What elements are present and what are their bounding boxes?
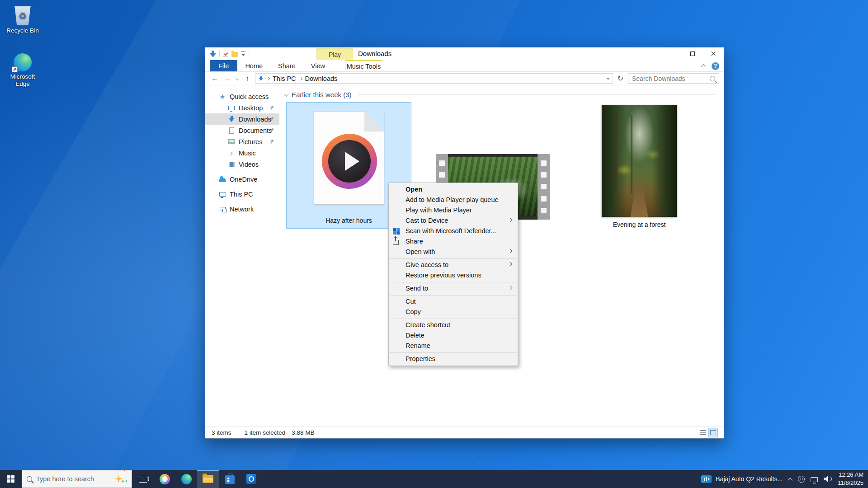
- breadcrumb-downloads[interactable]: Downloads: [305, 75, 338, 82]
- back-button[interactable]: ←: [210, 75, 220, 82]
- sidebar-item-documents[interactable]: Documents: [205, 125, 279, 136]
- menu-item-scan-with-defender[interactable]: Scan with Microsoft Defender...: [389, 226, 518, 236]
- help-icon[interactable]: ?: [712, 62, 719, 70]
- clock-date: 11/8/2025: [838, 479, 863, 487]
- address-bar[interactable]: This PC Downloads: [255, 73, 613, 84]
- window-controls: [661, 47, 724, 60]
- meet-now-icon[interactable]: [798, 476, 805, 483]
- menu-item-send-to[interactable]: Send to: [389, 283, 518, 294]
- pin-icon: [269, 117, 274, 122]
- taskbar-search-box[interactable]: Type here to search: [22, 470, 132, 488]
- tab-music-tools[interactable]: Music Tools: [345, 60, 382, 71]
- customize-toolbar-icon[interactable]: [241, 52, 245, 56]
- sidebar-item-this-pc[interactable]: This PC: [205, 188, 279, 200]
- tab-view[interactable]: View: [303, 60, 333, 71]
- selection-size: 3.88 MB: [292, 429, 314, 436]
- collapse-group-icon[interactable]: [284, 92, 289, 96]
- copilot-sparkle-icon: [115, 475, 127, 483]
- menu-item-add-to-play-queue[interactable]: Add to Media Player play queue: [389, 195, 518, 205]
- breadcrumb-chevron-icon[interactable]: [298, 76, 302, 80]
- expand-ribbon-icon[interactable]: [701, 64, 706, 69]
- task-view-button[interactable]: [132, 470, 154, 488]
- sidebar-item-music[interactable]: ♪ Music: [205, 147, 279, 159]
- file-explorer-button-active[interactable]: [197, 470, 219, 488]
- recent-locations-icon[interactable]: [236, 76, 239, 80]
- up-button[interactable]: ↑: [242, 75, 252, 82]
- menu-item-copy[interactable]: Copy: [389, 307, 518, 317]
- search-box[interactable]: Search Downloads: [628, 73, 719, 84]
- start-button[interactable]: [0, 470, 22, 488]
- recycle-bin-icon: ♻: [14, 5, 32, 25]
- menu-item-delete[interactable]: Delete: [389, 330, 518, 341]
- sidebar-item-pictures[interactable]: Pictures: [205, 136, 279, 147]
- sidebar-item-onedrive[interactable]: OneDrive: [205, 174, 279, 185]
- sidebar-item-downloads[interactable]: Downloads: [205, 113, 279, 125]
- navigation-pane: ★ Quick access Desktop Downloads Documen…: [205, 85, 279, 426]
- breadcrumb-chevron-icon[interactable]: [266, 76, 270, 80]
- menu-item-properties[interactable]: Properties: [389, 354, 518, 364]
- maximize-button[interactable]: [682, 47, 703, 60]
- close-button[interactable]: [703, 47, 724, 60]
- new-folder-icon[interactable]: [231, 52, 238, 57]
- tab-file[interactable]: File: [210, 60, 237, 71]
- outlook-button[interactable]: [241, 470, 262, 488]
- menu-item-restore-previous-versions[interactable]: Restore previous versions: [389, 270, 518, 281]
- refresh-icon[interactable]: ↻: [616, 74, 625, 83]
- outlook-icon: [246, 474, 256, 484]
- network-tray-icon[interactable]: [811, 477, 818, 482]
- forward-button[interactable]: →: [222, 75, 232, 82]
- taskbar-clock[interactable]: 12:26 AM 11/8/2025: [838, 471, 863, 487]
- tab-share[interactable]: Share: [270, 60, 303, 71]
- context-menu: Open Add to Media Player play queue Play…: [388, 183, 518, 366]
- menu-item-play-with-media-player[interactable]: Play with Media Player: [389, 205, 518, 216]
- sidebar-item-videos[interactable]: Videos: [205, 159, 279, 170]
- large-icons-view-button[interactable]: [709, 428, 717, 437]
- pin-icon: [269, 128, 274, 133]
- menu-item-rename[interactable]: Rename: [389, 341, 518, 351]
- defender-icon: [393, 228, 400, 235]
- contextual-tab-group-play[interactable]: Play: [316, 48, 353, 60]
- menu-item-give-access-to[interactable]: Give access to: [389, 260, 518, 270]
- sidebar-item-network[interactable]: Network: [205, 203, 279, 215]
- menu-item-open-with[interactable]: Open with: [389, 247, 518, 257]
- search-icon: [27, 476, 32, 482]
- desktop-icon-microsoft-edge[interactable]: ↗ Microsoft Edge: [4, 53, 42, 87]
- audio-file-icon: [314, 112, 384, 205]
- desktop-icon-recycle-bin[interactable]: ♻ Recycle Bin: [4, 5, 42, 34]
- minimize-button[interactable]: [661, 47, 682, 60]
- menu-item-open[interactable]: Open: [389, 184, 518, 195]
- sidebar-item-desktop[interactable]: Desktop: [205, 102, 279, 113]
- properties-icon[interactable]: [223, 51, 228, 57]
- store-button[interactable]: [219, 470, 241, 488]
- news-widget[interactable]: Bajaj Auto Q2 Results...: [701, 475, 783, 483]
- group-header-label: Earlier this week (3): [292, 91, 352, 99]
- copilot-button[interactable]: [154, 470, 175, 488]
- file-explorer-icon: [203, 475, 213, 483]
- title-bar[interactable]: Play Downloads: [205, 47, 724, 60]
- menu-item-create-shortcut[interactable]: Create shortcut: [389, 320, 518, 330]
- details-view-button[interactable]: [698, 428, 707, 437]
- menu-item-share[interactable]: Share: [389, 236, 518, 247]
- news-icon: [701, 475, 712, 483]
- search-icon[interactable]: [710, 76, 715, 81]
- windows-logo-icon: [7, 475, 15, 483]
- edge-icon: [181, 474, 192, 484]
- tab-home[interactable]: Home: [237, 60, 270, 71]
- edge-button[interactable]: [175, 470, 197, 488]
- status-bar: 3 items 1 item selected 3.88 MB: [205, 426, 724, 438]
- address-dropdown-icon[interactable]: [606, 78, 610, 80]
- breadcrumb-this-pc[interactable]: This PC: [273, 75, 296, 82]
- menu-item-cut[interactable]: Cut: [389, 296, 518, 307]
- hidden-icons-chevron-icon[interactable]: [788, 478, 793, 483]
- volume-icon[interactable]: [824, 476, 832, 482]
- file-item-evening-at-a-forest[interactable]: [601, 105, 677, 217]
- menu-item-cast-to-device[interactable]: Cast to Device: [389, 216, 518, 226]
- group-header[interactable]: Earlier this week (3): [285, 91, 716, 99]
- desktop: ♻ Recycle Bin ↗ Microsoft Edge Play Down…: [0, 0, 868, 488]
- maximize-icon: [690, 52, 695, 56]
- navigation-bar: ← → ↑ This PC Downloads ↻ Search Downloa…: [205, 72, 724, 85]
- sidebar-item-quick-access[interactable]: ★ Quick access: [205, 91, 279, 102]
- microsoft-store-icon: [225, 475, 235, 484]
- music-note-icon: ♪: [228, 150, 235, 157]
- file-item-label: Evening at a forest: [583, 221, 695, 228]
